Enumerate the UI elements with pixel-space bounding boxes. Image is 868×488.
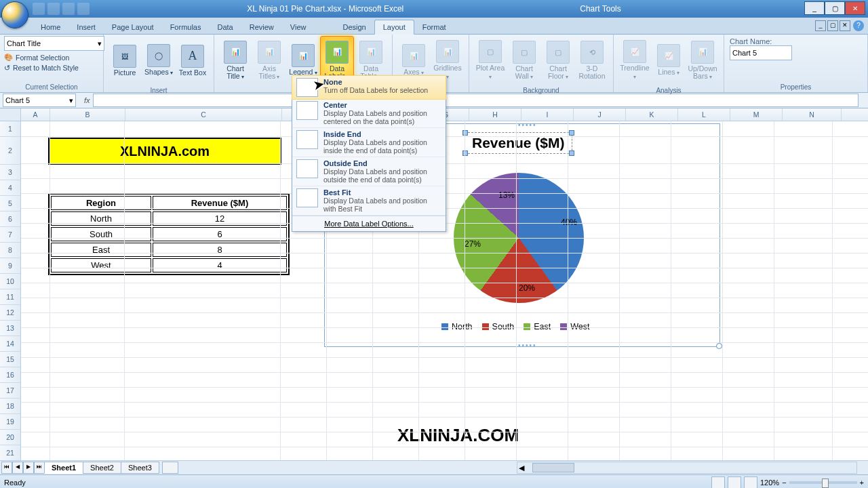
tab-view[interactable]: View: [282, 20, 315, 34]
zoom-in-button[interactable]: +: [860, 479, 864, 487]
select-all-corner[interactable]: [0, 108, 21, 121]
tab-page-layout[interactable]: Page Layout: [104, 20, 162, 34]
close-button[interactable]: ✕: [845, 1, 865, 15]
tab-insert[interactable]: Insert: [68, 20, 104, 34]
formula-input[interactable]: [93, 94, 859, 107]
tab-review[interactable]: Review: [241, 20, 282, 34]
row-header-1[interactable]: 1: [0, 121, 20, 137]
sheet-tab-2[interactable]: Sheet2: [83, 462, 121, 474]
more-data-label-options[interactable]: More Data Label Options...: [292, 216, 446, 231]
new-sheet-button[interactable]: [162, 462, 178, 474]
col-header-K[interactable]: K: [626, 108, 678, 121]
qat-save-icon[interactable]: [33, 3, 45, 15]
view-layout-button[interactable]: [728, 476, 741, 489]
col-header-M[interactable]: M: [730, 108, 783, 121]
sheet-tab-1[interactable]: Sheet1: [44, 462, 83, 474]
name-box[interactable]: Chart 5▾: [3, 94, 76, 107]
col-header-L[interactable]: L: [678, 108, 730, 121]
view-break-button[interactable]: [744, 476, 757, 489]
zoom-out-button[interactable]: −: [782, 479, 786, 487]
dropdown-option-best-fit[interactable]: Best FitDisplay Data Labels and position…: [292, 186, 446, 216]
chart-wall-button[interactable]: ▢Chart Wall: [507, 36, 541, 85]
chart-title[interactable]: Revenue ($M): [465, 132, 572, 154]
tab-nav-first[interactable]: ⏮: [1, 462, 12, 474]
tab-nav-last[interactable]: ⏭: [34, 462, 45, 474]
minimize-button[interactable]: _: [804, 1, 825, 15]
tab-nav-prev[interactable]: ◀: [12, 462, 23, 474]
qat-undo-icon[interactable]: [47, 3, 60, 15]
picture-button[interactable]: 🖼Picture: [108, 36, 142, 85]
dropdown-option-outside-end[interactable]: Outside EndDisplay Data Labels and posit…: [292, 157, 446, 186]
dropdown-option-center[interactable]: CenterDisplay Data Labels and position c…: [292, 99, 446, 128]
row-header-2[interactable]: 2: [0, 137, 20, 165]
row-header-20[interactable]: 20: [0, 430, 20, 445]
doc-close-button[interactable]: ✕: [840, 20, 850, 31]
tab-design[interactable]: Design: [334, 20, 374, 34]
row-header-17[interactable]: 17: [0, 383, 20, 399]
axis-titles-button[interactable]: 📊Axis Titles: [252, 36, 286, 85]
pie-label-north: 40%: [561, 218, 577, 227]
row-header-3[interactable]: 3: [0, 165, 20, 180]
doc-restore-button[interactable]: ▢: [827, 20, 838, 31]
office-button[interactable]: [1, 1, 28, 28]
qat-redo-icon[interactable]: [62, 3, 75, 15]
col-header-I[interactable]: I: [521, 108, 574, 121]
col-header-C[interactable]: C: [125, 108, 282, 121]
plot-area-button[interactable]: ▢Plot Area: [473, 36, 507, 85]
tab-formulas[interactable]: Formulas: [162, 20, 210, 34]
shapes-button[interactable]: ◯Shapes: [142, 36, 176, 85]
resize-handle-se[interactable]: [716, 343, 722, 349]
row-header-16[interactable]: 16: [0, 367, 20, 383]
reset-style-button[interactable]: ↺ Reset to Match Style: [4, 64, 79, 72]
row-header-9[interactable]: 9: [0, 258, 20, 274]
row-header-21[interactable]: 21: [0, 445, 20, 461]
dropdown-option-inside-end[interactable]: Inside EndDisplay Data Labels and positi…: [292, 128, 446, 157]
textbox-button[interactable]: AText Box: [176, 36, 210, 85]
row-header-13[interactable]: 13: [0, 321, 20, 336]
col-header-B[interactable]: B: [50, 108, 125, 121]
chart-element-selector[interactable]: Chart Title▾: [4, 36, 104, 51]
legend-item-south: South: [482, 322, 515, 331]
row-header-8[interactable]: 8: [0, 243, 20, 258]
row-header-14[interactable]: 14: [0, 336, 20, 352]
tab-format[interactable]: Format: [414, 20, 454, 34]
row-header-19[interactable]: 19: [0, 414, 20, 430]
view-normal-button[interactable]: [711, 476, 725, 489]
chart-floor-button[interactable]: ▢Chart Floor: [541, 36, 575, 85]
tab-layout[interactable]: Layout: [374, 20, 414, 35]
chart-name-input[interactable]: [730, 45, 792, 60]
chart-title-button[interactable]: 📊Chart Title: [218, 36, 252, 85]
sheet-tab-3[interactable]: Sheet3: [121, 462, 159, 474]
updown-bars-button[interactable]: 📊Up/Down Bars: [686, 36, 719, 85]
row-header-7[interactable]: 7: [0, 227, 20, 243]
row-header-12[interactable]: 12: [0, 305, 20, 321]
doc-minimize-button[interactable]: _: [815, 20, 826, 31]
tab-data[interactable]: Data: [209, 20, 241, 34]
col-header-N[interactable]: N: [783, 108, 842, 121]
row-header-10[interactable]: 10: [0, 274, 20, 289]
qat-dropdown-icon[interactable]: [77, 3, 90, 15]
col-header-J[interactable]: J: [574, 108, 626, 121]
zoom-slider[interactable]: [789, 481, 857, 484]
banner-cell[interactable]: XLNINJA.com: [48, 138, 281, 165]
col-header-A[interactable]: A: [21, 108, 50, 121]
help-icon[interactable]: ?: [853, 20, 864, 31]
3d-rotation-button[interactable]: ⟲3-D Rotation: [575, 36, 609, 85]
lines-button[interactable]: 📈Lines: [652, 36, 686, 85]
trendline-button[interactable]: 📈Trendline: [618, 36, 652, 85]
data-table[interactable]: RegionRevenue ($M) North12 South6 East8 …: [48, 193, 290, 275]
row-header-11[interactable]: 11: [0, 289, 20, 305]
row-header-6[interactable]: 6: [0, 211, 20, 227]
tab-home[interactable]: Home: [33, 20, 68, 34]
maximize-button[interactable]: ▢: [825, 1, 845, 15]
format-selection-button[interactable]: 🎨 Format Selection: [4, 53, 69, 62]
horizontal-scrollbar[interactable]: ◀: [517, 462, 857, 474]
col-header-H[interactable]: H: [469, 108, 521, 121]
dropdown-option-none[interactable]: NoneTurn off Data Labels for selection: [292, 75, 446, 100]
row-header-15[interactable]: 15: [0, 352, 20, 367]
fx-icon[interactable]: fx: [84, 96, 90, 104]
row-header-5[interactable]: 5: [0, 196, 20, 211]
row-header-18[interactable]: 18: [0, 399, 20, 414]
tab-nav-next[interactable]: ▶: [23, 462, 34, 474]
row-header-4[interactable]: 4: [0, 180, 20, 196]
